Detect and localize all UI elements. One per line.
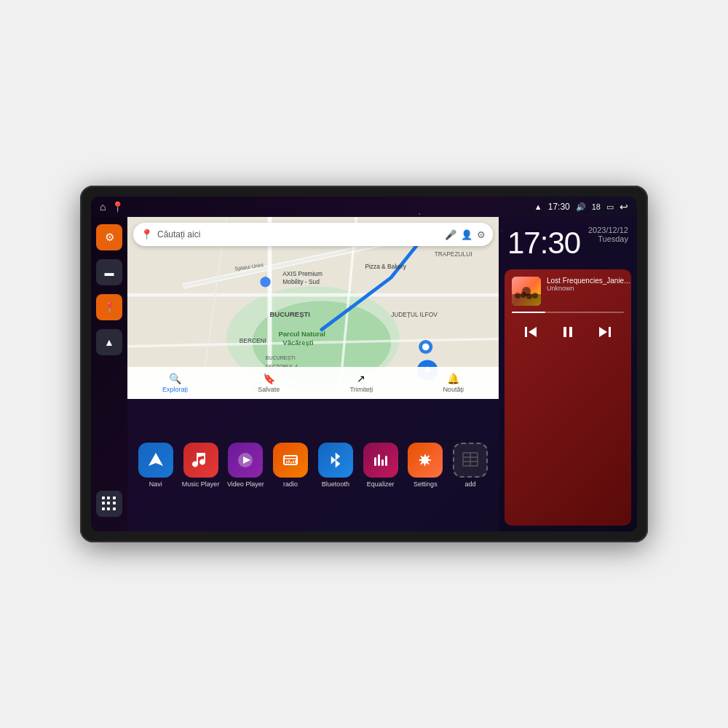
music-icon-bg [183, 443, 218, 478]
music-widget[interactable]: Lost Frequencies_Janie... Unknown [505, 269, 631, 526]
equalizer-icon-bg [363, 443, 398, 478]
saved-label: Salvate [258, 386, 280, 393]
google-maps-icon: 📍 [141, 229, 153, 240]
map-nav-saved[interactable]: 🔖 Salvate [258, 373, 280, 393]
video-player-label: Video Player [227, 480, 264, 488]
send-label: Trimiteți [350, 386, 373, 393]
navi-label: Navi [149, 480, 162, 488]
account-icon[interactable]: 👤 [461, 229, 472, 240]
sidebar-location[interactable]: 📍 [96, 294, 122, 320]
settings-label: Settings [414, 480, 438, 488]
battery-icon: ▭ [606, 202, 614, 212]
sidebar-grid[interactable] [96, 491, 122, 517]
map-nav-send[interactable]: ↗ Trimiteți [350, 373, 373, 393]
map-search-bar[interactable]: 📍 Căutați aici 🎤 👤 ⚙ [133, 223, 493, 246]
equalizer-label: Equalizer [367, 480, 395, 488]
app-bluetooth[interactable]: Bluetooth [314, 443, 357, 488]
map-nav-explore[interactable]: 🔍 Explorați [162, 373, 188, 393]
app-dock: Navi Music Player [127, 399, 499, 531]
clock-date: 2023/12/12 Tuesday [588, 226, 628, 243]
map-nav-news[interactable]: 🔔 Noutăți [443, 373, 464, 393]
music-controls [512, 319, 624, 345]
add-icon-bg [453, 443, 488, 478]
wifi-icon: ▲ [534, 202, 542, 211]
navi-icon-bg [138, 443, 173, 478]
sidebar-bottom [96, 491, 122, 524]
music-info: Lost Frequencies_Janie... Unknown [547, 277, 630, 292]
app-radio[interactable]: radio [269, 443, 312, 488]
radio-label: radio [283, 480, 298, 488]
sidebar-settings[interactable]: ⚙ [96, 224, 122, 250]
settings-icon-bg [408, 443, 443, 478]
next-button[interactable] [592, 319, 618, 345]
right-panel: 17:30 2023/12/12 Tuesday [499, 217, 637, 531]
battery-level: 18 [592, 202, 601, 211]
music-progress-fill [512, 312, 545, 313]
app-add[interactable]: add [448, 443, 492, 488]
sidebar: ⚙ ▬ 📍 ▲ [91, 217, 127, 531]
app-equalizer[interactable]: Equalizer [359, 443, 403, 488]
news-icon: 🔔 [447, 373, 459, 384]
home-icon[interactable]: ⌂ [100, 201, 106, 213]
music-track-info: Lost Frequencies_Janie... Unknown [512, 277, 624, 306]
svg-rect-41 [381, 459, 384, 466]
sidebar-nav[interactable]: ▲ [96, 329, 122, 355]
music-artist: Unknown [547, 285, 630, 292]
back-icon[interactable]: ↩ [620, 201, 628, 213]
svg-text:JUDEȚUL ILFOV: JUDEȚUL ILFOV [391, 311, 438, 318]
map-search-text[interactable]: Căutați aici [157, 229, 440, 240]
status-bar: ⌂ 📍 ▲ 17:30 🔊 18 ▭ ↩ [91, 197, 637, 217]
map-container[interactable]: ★ AXIS Premium Mobility - Sud Pizza & Ba… [127, 217, 499, 399]
device: ⌂ 📍 ▲ 17:30 🔊 18 ▭ ↩ ⚙ ▬ [80, 186, 648, 542]
svg-point-55 [526, 293, 532, 299]
svg-text:Parcul Natural: Parcul Natural [278, 330, 325, 338]
svg-rect-39 [374, 457, 376, 466]
svg-rect-42 [385, 456, 387, 466]
nav-icon: ▲ [104, 336, 114, 348]
bluetooth-label: Bluetooth [322, 480, 349, 488]
bluetooth-icon-bg [318, 443, 353, 478]
clock-date-day: Tuesday [588, 234, 628, 243]
svg-text:Văcărești: Văcărești [282, 339, 313, 347]
map-bottom-nav: 🔍 Explorați 🔖 Salvate ↗ Trimiteți 🔔 [127, 367, 499, 399]
status-right: ▲ 17:30 🔊 18 ▭ ↩ [534, 201, 628, 213]
app-video-player[interactable]: Video Player [223, 443, 267, 488]
maps-icon[interactable]: 📍 [111, 201, 124, 213]
add-label: add [465, 480, 476, 488]
svg-text:Pizza & Bakery: Pizza & Bakery [365, 263, 406, 270]
video-icon-bg [228, 443, 263, 478]
mic-icon[interactable]: 🎤 [445, 229, 456, 240]
pause-button[interactable] [555, 319, 581, 345]
status-left: ⌂ 📍 [100, 201, 124, 213]
radio-icon-bg [273, 443, 308, 478]
sidebar-folder[interactable]: ▬ [96, 259, 122, 285]
svg-point-11 [422, 344, 430, 351]
app-music-player[interactable]: Music Player [179, 443, 223, 488]
svg-text:Mobility - Sud: Mobility - Sud [282, 278, 320, 285]
saved-icon: 🔖 [263, 373, 275, 384]
svg-point-54 [521, 292, 526, 298]
app-navi[interactable]: Navi [134, 443, 178, 488]
svg-text:AXIS Premium: AXIS Premium [282, 270, 323, 277]
svg-point-56 [532, 293, 538, 298]
music-player-label: Music Player [182, 480, 220, 488]
svg-rect-59 [563, 327, 566, 337]
svg-text:BUCUREȘTI: BUCUREȘTI [266, 355, 296, 361]
clock-time: 17:30 [507, 226, 580, 261]
svg-marker-57 [529, 327, 537, 337]
svg-text:TRAPEZULUI: TRAPEZULUI [435, 250, 472, 258]
explore-icon: 🔍 [169, 373, 181, 384]
news-label: Noutăți [443, 386, 464, 393]
music-album-art [512, 277, 541, 306]
svg-point-53 [515, 293, 521, 298]
location-icon: 📍 [103, 301, 116, 313]
app-settings[interactable]: Settings [403, 443, 447, 488]
grid-icon [102, 496, 116, 511]
menu-icon[interactable]: ⚙ [477, 229, 486, 240]
prev-button[interactable] [518, 319, 544, 345]
center-content: ★ AXIS Premium Mobility - Sud Pizza & Ba… [127, 217, 499, 531]
music-progress[interactable] [512, 312, 624, 313]
settings-icon: ⚙ [105, 231, 114, 244]
screen: ⌂ 📍 ▲ 17:30 🔊 18 ▭ ↩ ⚙ ▬ [91, 197, 637, 531]
svg-marker-61 [599, 327, 607, 337]
